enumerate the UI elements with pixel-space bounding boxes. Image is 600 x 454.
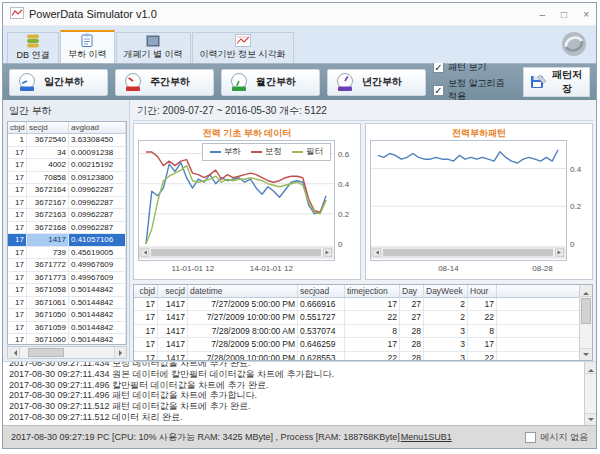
table-cell[interactable]: 3 [424,325,468,337]
table-cell[interactable]: 1417 [27,234,69,246]
table-row[interactable]: 1736710610.50144842 [8,297,126,310]
table-cell[interactable]: 70858 [27,172,69,184]
table-cell[interactable]: 0.551727 [298,311,345,323]
table-cell[interactable]: 3672163 [27,209,69,221]
table-cell[interactable]: 3671772 [27,259,69,271]
table-row[interactable]: 1714177/28/2009 8:00:00 AM0.53707482838 [134,325,579,338]
table-cell[interactable]: 0.49967609 [69,272,126,284]
table-cell[interactable]: 3672540 [27,134,69,146]
table-cell[interactable]: 3671060 [27,334,69,345]
table-cell[interactable]: 22 [468,352,497,360]
table-cell[interactable]: 17 [8,297,27,309]
column-header[interactable]: datetime [188,285,298,297]
table-cell[interactable]: 28 [400,352,424,360]
table-row[interactable]: 1736721680.09962287 [8,222,126,235]
table-cell[interactable]: 3671773 [27,272,69,284]
table-row[interactable]: 1714177/28/2009 10:00:00 PM0.62855322283… [134,352,579,360]
table-cell[interactable]: 17 [134,338,158,350]
table-cell[interactable]: 3671061 [27,297,69,309]
table-cell[interactable]: 7/28/2009 8:00:00 AM [188,325,298,337]
table-cell[interactable]: 17 [468,298,497,310]
table-cell[interactable]: 0.00215192 [69,159,126,171]
table-cell[interactable]: 0.628553 [298,352,345,360]
table-cell[interactable]: 0.09962287 [69,184,126,196]
table-row[interactable]: 136725403.63308450 [8,134,126,147]
table-cell[interactable]: 7/27/2009 5:00:00 PM [188,298,298,310]
table-cell[interactable]: 17 [8,322,27,334]
checkbox-box[interactable] [433,85,444,96]
table-row[interactable]: 1714170.41057106 [8,234,126,247]
table-cell[interactable]: 17 [8,259,27,271]
table-cell[interactable]: 17 [8,272,27,284]
table-cell[interactable]: 17 [8,147,27,159]
table-cell[interactable]: 7/28/2009 10:00:00 PM [188,352,298,360]
minimize-button[interactable]: – [540,9,546,20]
table-cell[interactable]: 3672168 [27,222,69,234]
column-header[interactable]: avgload [69,122,126,133]
table-cell[interactable]: 0.49967609 [69,259,126,271]
table-cell[interactable]: 17 [134,298,158,310]
table-cell[interactable]: 17 [8,159,27,171]
table-row[interactable]: 1736717730.49967609 [8,272,126,285]
table-cell[interactable]: 1417 [158,352,188,360]
table-cell[interactable]: 17 [8,334,27,345]
log-vscrollbar[interactable] [584,362,596,425]
table-cell[interactable]: 2 [424,298,468,310]
table-row[interactable]: 1714177/27/2009 10:00:00 PM0.55172722272… [134,311,579,324]
table-row[interactable]: 1714177/27/2009 5:00:00 PM0.666916172721… [134,298,579,311]
maximize-button[interactable]: □ [561,9,567,20]
table-cell[interactable]: 0.50144842 [69,334,126,345]
table-cell[interactable]: 0.50144842 [69,297,126,309]
table-cell[interactable]: 1417 [158,338,188,350]
chart-plot[interactable]: 00.20.40.611-01-01 1214-01-01 12부하보정필터 [138,140,358,278]
left-table-hscrollbar[interactable] [7,346,127,359]
table-cell[interactable]: 17 [8,197,27,209]
table-cell[interactable]: 17 [8,284,27,296]
chart-hscroll-thumb[interactable] [383,249,553,256]
table-row[interactable]: 1736721630.09962287 [8,209,126,222]
table-cell[interactable]: 0.09962287 [69,197,126,209]
table-cell[interactable]: 17 [8,222,27,234]
table-cell[interactable]: 0.45619005 [69,247,126,259]
table-cell[interactable]: 1417 [158,325,188,337]
scroll-thumb[interactable] [28,348,64,357]
table-cell[interactable]: 3672164 [27,184,69,196]
tab-visualization[interactable]: 이력기반 정보 시각화 [192,32,294,63]
table-cell[interactable]: 3671058 [27,284,69,296]
table-row[interactable]: 1736710500.50144842 [8,309,126,322]
table-cell[interactable]: 0.50144842 [69,322,126,334]
table-cell[interactable]: 0.50144842 [69,309,126,321]
scroll-down-arrow[interactable] [580,348,592,360]
table-row[interactable]: 1714177/28/2009 5:00:00 PM0.646259172831… [134,338,579,351]
table-row[interactable]: 1736721670.09962287 [8,197,126,210]
table-cell[interactable]: 8 [468,325,497,337]
table-row[interactable]: 17340.00091238 [8,147,126,160]
table-cell[interactable]: 7/28/2009 5:00:00 PM [188,338,298,350]
table-cell[interactable]: 1417 [158,311,188,323]
scroll-up-arrow[interactable] [585,362,596,374]
chart-plot[interactable]: 00.20.408-1408-28 [370,140,590,278]
table-cell[interactable]: 0.50144842 [69,284,126,296]
table-cell[interactable]: 17 [468,338,497,350]
table-cell[interactable]: 17 [8,309,27,321]
table-cell[interactable]: 3671050 [27,309,69,321]
table-row[interactable]: 1736717720.49967609 [8,259,126,272]
table-cell[interactable]: 3 [424,352,468,360]
table-cell[interactable]: 0.41057106 [69,234,126,246]
load-button-0[interactable]: 일간부하 [9,69,108,96]
table-cell[interactable]: 1417 [158,298,188,310]
table-cell[interactable]: 34 [27,147,69,159]
column-header[interactable]: Day [400,285,424,297]
table-cell[interactable]: 17 [8,172,27,184]
table-cell[interactable]: 0.666916 [298,298,345,310]
table-cell[interactable]: 17 [8,247,27,259]
table-cell[interactable]: 17 [134,352,158,360]
table-row[interactable]: 1736710590.50144842 [8,322,126,335]
table-cell[interactable]: 22 [468,311,497,323]
table-cell[interactable]: 0.09123800 [69,172,126,184]
table-cell[interactable]: 27 [400,311,424,323]
column-header[interactable]: secjd [158,285,188,297]
scroll-left-arrow[interactable] [8,347,20,358]
table-cell[interactable]: 17 [8,234,27,246]
column-header[interactable]: secjd [27,122,69,133]
